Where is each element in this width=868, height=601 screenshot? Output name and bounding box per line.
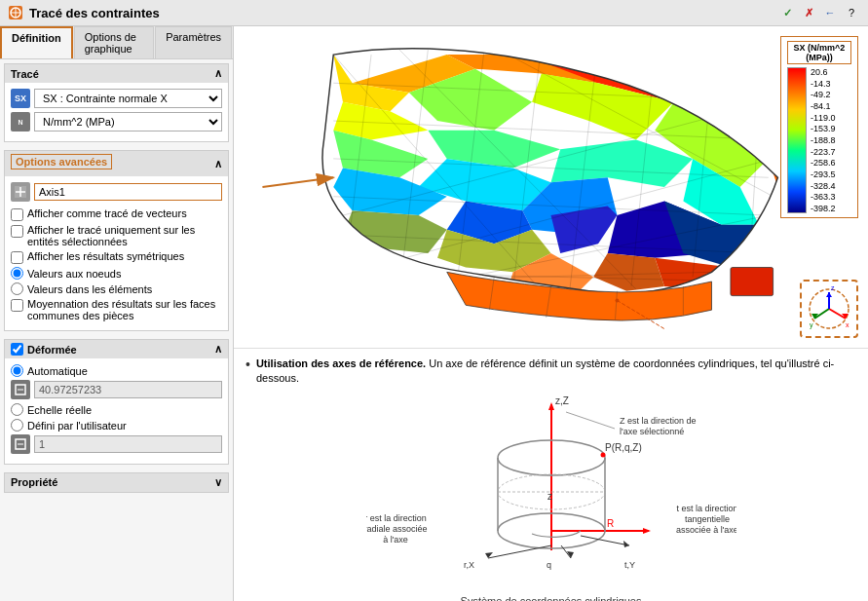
tab-definition[interactable]: Définition	[0, 26, 73, 58]
advanced-options-label: Options avancées	[11, 154, 112, 169]
svg-text:Z est la direction de: Z est la direction de	[620, 416, 697, 426]
svg-text:z: z	[547, 491, 552, 502]
checkbox-moyennation: Moyennation des résultats sur les faces …	[11, 298, 222, 321]
trace-dropdown1[interactable]: SX : Contrainte normale X	[34, 89, 222, 108]
svg-text:radiale associée: radiale associée	[366, 524, 428, 534]
radio-echelle-reelle: Echelle réelle	[11, 403, 222, 416]
advanced-options-content: Afficher comme tracé de vecteurs Affiche…	[5, 176, 228, 330]
axis-indicator: x y z	[800, 280, 858, 338]
propriete-collapse-icon: ∨	[214, 476, 222, 489]
user-value-input[interactable]	[34, 435, 222, 453]
checkbox-entities-label: Afficher le tracé uniquement sur les ent…	[27, 224, 222, 247]
radio-auto-input[interactable]	[11, 364, 23, 377]
cylinder-diagram-container: z,Z P(R,q,Z) Z est la direction de l'axe…	[245, 394, 856, 589]
advanced-options-collapse-icon: ∧	[214, 158, 222, 170]
svg-text:t est la direction: t est la direction	[676, 504, 736, 513]
svg-marker-81	[548, 402, 554, 410]
deformee-section: Déformée ∧ Automatique	[4, 339, 229, 465]
svg-text:y: y	[810, 321, 813, 329]
app-icon	[8, 5, 23, 20]
radio-defini-par-label: Défini par l'utilisateur	[27, 420, 127, 432]
propriete-label: Propriété	[11, 476, 57, 489]
advanced-options-header[interactable]: Options avancées ∧	[5, 151, 228, 176]
svg-text:x: x	[846, 321, 849, 328]
trace-icon1: SX	[11, 89, 30, 108]
trace-collapse-icon: ∧	[214, 67, 222, 80]
checkbox-symmetric-input[interactable]	[11, 251, 23, 264]
deformee-section-header[interactable]: Déformée ∧	[5, 340, 228, 358]
trace-dropdown2[interactable]: N/mm^2 (MPa)	[34, 112, 222, 131]
title-bar: Tracé des contraintes ✓ ✗ ← ?	[0, 0, 868, 26]
user-value-icon	[11, 434, 30, 454]
confirm-button[interactable]: ✓	[778, 4, 796, 21]
deformee-checkbox[interactable]	[11, 343, 23, 356]
deformee-collapse-icon: ∧	[214, 343, 222, 356]
window-title: Tracé des contraintes	[29, 6, 773, 20]
legend-bar: 20.6 -14.3 -49.2 -84.1 -119.0 -153.9 -18…	[787, 67, 851, 213]
info-bullet-1: • Utilisation des axes de référence. Un …	[245, 357, 856, 387]
svg-text:l'axe sélectionné: l'axe sélectionné	[620, 427, 684, 436]
axis-icon	[11, 182, 30, 202]
svg-line-95	[566, 412, 615, 429]
svg-text:à l'axe: à l'axe	[383, 535, 408, 545]
svg-text:t,Y: t,Y	[624, 560, 635, 570]
svg-point-92	[600, 452, 605, 457]
svg-text:P(R,q,Z): P(R,q,Z)	[605, 442, 642, 453]
axis-indicator-svg: x y z	[805, 284, 853, 333]
svg-text:r est la direction: r est la direction	[366, 513, 427, 523]
trace-section-content: SX SX : Contrainte normale X N N/mm^2 (M…	[5, 83, 228, 141]
svg-text:q: q	[547, 560, 551, 570]
checkbox-vectors-input[interactable]	[11, 208, 23, 221]
legend-labels: 20.6 -14.3 -49.2 -84.1 -119.0 -153.9 -18…	[807, 67, 836, 213]
info-text-1: Utilisation des axes de référence. Un ax…	[256, 357, 856, 387]
deformee-value-input[interactable]	[34, 381, 222, 398]
checkbox-entities-input[interactable]	[11, 225, 23, 238]
cylinder-diagram-svg: z,Z P(R,q,Z) Z est la direction de l'axe…	[366, 394, 736, 589]
radio-auto: Automatique	[11, 364, 222, 377]
svg-text:z,Z: z,Z	[555, 395, 569, 406]
svg-line-107	[488, 545, 551, 558]
checkbox-entities: Afficher le tracé uniquement sur les ent…	[11, 224, 222, 247]
checkbox-symmetric: Afficher les résultats symétriques	[11, 250, 222, 264]
radio-nodes-input[interactable]	[11, 267, 23, 280]
radio-nodes-label: Valeurs aux noeuds	[27, 268, 121, 280]
trace-dropdown1-row: SX SX : Contrainte normale X	[11, 89, 222, 108]
deformee-label: Déformée	[27, 344, 77, 356]
checkbox-moyennation-input[interactable]	[11, 299, 23, 312]
svg-text:associée à l'axe: associée à l'axe	[676, 525, 736, 535]
help-button[interactable]: ?	[843, 4, 860, 21]
propriete-section: Propriété ∨	[4, 472, 229, 493]
title-bar-controls: ✓ ✗ ← ?	[778, 4, 860, 21]
tab-options-graphique[interactable]: Options de graphique	[74, 26, 154, 58]
checkbox-symmetric-label: Afficher les résultats symétriques	[27, 250, 184, 262]
radio-defini-par-input[interactable]	[11, 419, 23, 432]
svg-point-67	[616, 299, 620, 303]
deformee-value-row	[11, 380, 222, 399]
svg-marker-83	[643, 528, 651, 534]
legend-title: SX (N/mm^2 (MPa))	[787, 41, 851, 64]
propriete-header[interactable]: Propriété ∨	[5, 473, 228, 492]
left-panel: Définition Options de graphique Paramètr…	[0, 26, 234, 601]
diagram-title: Système de coordonnées cylindriques	[245, 595, 856, 601]
radio-echelle-reelle-input[interactable]	[11, 403, 23, 416]
tab-parametres[interactable]: Paramètres	[155, 26, 232, 58]
radio-elements-input[interactable]	[11, 282, 23, 295]
trace-dropdown2-row: N N/mm^2 (MPa)	[11, 112, 222, 131]
radio-defini-par: Défini par l'utilisateur	[11, 419, 222, 432]
svg-text:tangentielle: tangentielle	[684, 514, 729, 524]
svg-text:r,X: r,X	[464, 560, 474, 570]
deformee-content: Automatique Echelle réelle	[5, 358, 228, 464]
radio-auto-label: Automatique	[27, 365, 88, 377]
legend-gradient	[787, 67, 807, 213]
axis-input[interactable]	[34, 183, 222, 201]
radio-elements: Valeurs dans les éléments	[11, 282, 222, 295]
back-button[interactable]: ←	[821, 4, 839, 21]
advanced-options-section: Options avancées ∧ Affich	[4, 150, 229, 331]
trace-section-header[interactable]: Tracé ∧	[5, 64, 228, 83]
bottom-info-panel: • Utilisation des axes de référence. Un …	[234, 348, 868, 601]
svg-text:R: R	[607, 518, 614, 529]
cancel-button[interactable]: ✗	[800, 4, 817, 21]
radio-elements-label: Valeurs dans les éléments	[27, 283, 152, 295]
color-legend: SX (N/mm^2 (MPa)) 20.6 -14.3 -49.2 -84.1…	[780, 36, 858, 218]
svg-rect-65	[731, 268, 774, 296]
